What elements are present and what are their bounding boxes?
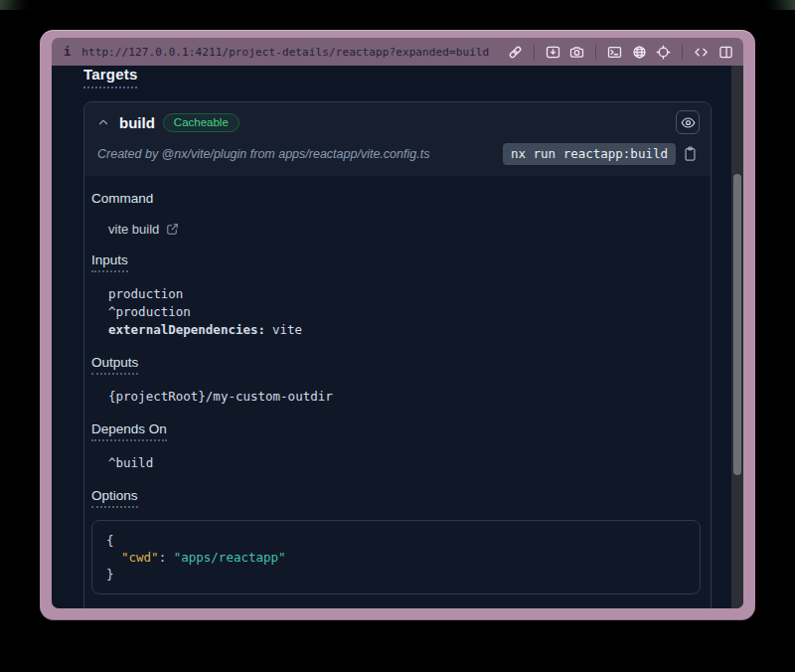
scrollbar-track[interactable] xyxy=(731,66,743,608)
targets-heading: Targets xyxy=(83,66,137,88)
json-property-line: "cwd": "apps/reactapp" xyxy=(106,549,686,566)
info-icon: i xyxy=(62,45,73,59)
run-command-chip: nx run reactapp:build xyxy=(503,143,676,165)
input-key: externalDependencies: xyxy=(108,322,265,337)
globe-icon[interactable] xyxy=(632,43,647,62)
output-item: {projectRoot}/my-custom-outdir xyxy=(108,388,702,406)
depends-on-heading: Depends On xyxy=(91,421,167,441)
build-target-details: Command vite build Inputs production ^pr… xyxy=(84,176,711,608)
link-icon[interactable] xyxy=(507,43,522,62)
scrollbar-thumb[interactable] xyxy=(733,174,741,475)
input-item: ^production xyxy=(108,303,702,321)
project-details-page: Targets build Cacheable C xyxy=(52,66,743,608)
options-json-block: { "cwd": "apps/reactapp" } xyxy=(91,520,701,594)
json-key: "cwd" xyxy=(121,550,159,565)
external-link-icon[interactable] xyxy=(166,223,180,237)
json-colon: : xyxy=(159,550,174,565)
download-icon[interactable] xyxy=(546,43,560,62)
build-target-header[interactable]: build Cacheable Created by @nx/vite/plug… xyxy=(84,102,711,176)
toolbar-separator xyxy=(682,45,683,60)
chevron-up-icon[interactable] xyxy=(95,114,111,130)
toolbar-separator xyxy=(534,45,535,60)
terminal-icon[interactable] xyxy=(607,43,622,62)
outputs-heading: Outputs xyxy=(91,355,138,375)
build-target-card: build Cacheable Created by @nx/vite/plug… xyxy=(83,101,712,608)
code-icon[interactable] xyxy=(694,43,709,62)
depends-on-item: ^build xyxy=(108,454,702,472)
command-value: vite build xyxy=(108,222,159,237)
address-bar[interactable]: http://127.0.0.1:4211/project-details/re… xyxy=(81,46,489,59)
cacheable-badge: Cacheable xyxy=(163,113,239,132)
json-string-value: "apps/reactapp" xyxy=(174,550,286,565)
toolbar-separator xyxy=(595,45,596,60)
copy-icon[interactable] xyxy=(684,145,700,163)
options-heading: Options xyxy=(91,488,138,508)
json-open-brace: { xyxy=(106,532,686,549)
view-target-button[interactable] xyxy=(676,110,700,134)
input-item: production xyxy=(108,285,702,303)
inputs-heading: Inputs xyxy=(91,252,128,272)
input-value: vite xyxy=(272,322,302,337)
target-name: build xyxy=(119,114,155,131)
command-heading: Command xyxy=(91,191,153,209)
camera-icon[interactable] xyxy=(569,43,584,62)
inspect-target-icon[interactable] xyxy=(656,43,671,62)
browser-toolbar: i http://127.0.0.1:4211/project-details/… xyxy=(52,38,743,66)
command-value-row: vite build xyxy=(108,222,702,237)
created-by-text: Created by @nx/vite/plugin from apps/rea… xyxy=(97,147,429,161)
input-item: externalDependencies:vite xyxy=(108,321,702,339)
json-close-brace: } xyxy=(106,566,686,583)
browser-window: i http://127.0.0.1:4211/project-details/… xyxy=(40,30,755,620)
split-panel-icon[interactable] xyxy=(718,43,733,62)
browser-viewport: i http://127.0.0.1:4211/project-details/… xyxy=(52,38,743,608)
